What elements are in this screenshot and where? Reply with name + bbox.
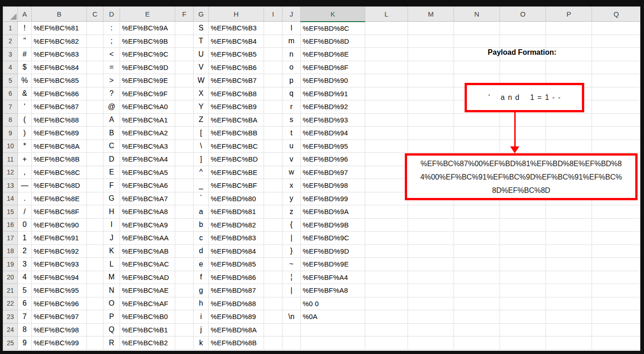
- cell-G11[interactable]: ]: [194, 153, 209, 166]
- cell-Q22[interactable]: [592, 297, 641, 310]
- cell-D2[interactable]: ;: [104, 35, 120, 48]
- cell-A7[interactable]: ': [18, 100, 32, 114]
- cell-J17[interactable]: |: [282, 232, 301, 245]
- cell-M2[interactable]: [408, 35, 454, 48]
- column-header-N[interactable]: N: [454, 7, 500, 22]
- cell-F21[interactable]: [175, 284, 194, 297]
- cell-D18[interactable]: K: [104, 244, 120, 258]
- cell-J24[interactable]: [282, 323, 301, 337]
- cell-P18[interactable]: [546, 244, 592, 258]
- cell-P10[interactable]: [546, 139, 592, 153]
- cell-F5[interactable]: [175, 74, 194, 87]
- cell-P19[interactable]: [546, 258, 592, 271]
- cell-D21[interactable]: N: [104, 284, 120, 297]
- cell-A19[interactable]: 3: [18, 258, 32, 271]
- cell-H7[interactable]: %EF%BC%B9: [209, 100, 264, 114]
- cell-L24[interactable]: [365, 323, 408, 337]
- cell-B14[interactable]: %EF%BC%8E: [32, 192, 87, 205]
- cell-K12[interactable]: %EF%BD%97: [301, 166, 365, 179]
- cell-K19[interactable]: %EF%BD%9E: [301, 258, 365, 271]
- cell-L7[interactable]: [365, 100, 408, 114]
- cell-B8[interactable]: %EF%BC%88: [32, 113, 87, 127]
- cell-I14[interactable]: [264, 192, 282, 205]
- cell-G13[interactable]: _: [194, 179, 209, 192]
- cell-F12[interactable]: [175, 166, 194, 179]
- cell-O4[interactable]: [500, 61, 546, 74]
- cell-L8[interactable]: [365, 113, 408, 127]
- cell-G21[interactable]: g: [194, 284, 209, 297]
- cell-D11[interactable]: D: [104, 153, 120, 166]
- cell-O21[interactable]: [500, 284, 546, 297]
- cell-E10[interactable]: %EF%BC%A3: [120, 139, 175, 153]
- row-header-23[interactable]: 23: [3, 310, 18, 324]
- cell-H12[interactable]: %EF%BC%BE: [209, 166, 264, 179]
- row-header-18[interactable]: 18: [3, 244, 18, 258]
- cell-E20[interactable]: %EF%BC%AD: [120, 271, 175, 284]
- cell-M17[interactable]: [408, 232, 454, 245]
- cell-C3[interactable]: [87, 48, 104, 61]
- cell-C19[interactable]: [87, 258, 104, 271]
- cell-F1[interactable]: [175, 22, 194, 35]
- cell-H6[interactable]: %EF%BC%B8: [209, 87, 264, 100]
- row-header-6[interactable]: 6: [3, 87, 18, 100]
- cell-H17[interactable]: %EF%BD%83: [209, 232, 264, 245]
- cell-N16[interactable]: [454, 218, 500, 232]
- cell-L15[interactable]: [365, 205, 408, 219]
- cell-D24[interactable]: Q: [104, 323, 120, 337]
- cell-A8[interactable]: (: [18, 113, 32, 127]
- cell-O22[interactable]: [500, 297, 546, 310]
- cell-C9[interactable]: [87, 127, 104, 140]
- cell-L9[interactable]: [365, 127, 408, 140]
- cell-J25[interactable]: [282, 337, 301, 350]
- cell-L17[interactable]: [365, 232, 408, 245]
- row-header-25[interactable]: 25: [3, 337, 18, 350]
- cell-G22[interactable]: h: [194, 297, 209, 310]
- cell-F2[interactable]: [175, 35, 194, 48]
- cell-P20[interactable]: [546, 271, 592, 284]
- cell-D20[interactable]: M: [104, 271, 120, 284]
- cell-O15[interactable]: [500, 205, 546, 219]
- cell-B4[interactable]: %EF%BC%84: [32, 61, 87, 74]
- cell-Q19[interactable]: [592, 258, 641, 271]
- cell-O18[interactable]: [500, 244, 546, 258]
- cell-A22[interactable]: 6: [18, 297, 32, 310]
- cell-D22[interactable]: O: [104, 297, 120, 310]
- cell-M18[interactable]: [408, 244, 454, 258]
- cell-L12[interactable]: [365, 166, 408, 179]
- cell-O25[interactable]: [500, 337, 546, 350]
- cell-O24[interactable]: [500, 323, 546, 337]
- row-header-9[interactable]: 9: [3, 127, 18, 140]
- cell-E14[interactable]: %EF%BC%A7: [120, 192, 175, 205]
- cell-E9[interactable]: %EF%BC%A2: [120, 127, 175, 140]
- cell-J2[interactable]: m: [282, 35, 301, 48]
- row-header-3[interactable]: 3: [3, 48, 18, 61]
- cell-M5[interactable]: [408, 74, 454, 87]
- column-header-O[interactable]: O: [500, 7, 546, 22]
- cell-F17[interactable]: [175, 232, 194, 245]
- cell-A6[interactable]: &: [18, 87, 32, 100]
- cell-L25[interactable]: [365, 337, 408, 350]
- cell-D23[interactable]: P: [104, 310, 120, 324]
- cell-G18[interactable]: d: [194, 244, 209, 258]
- row-header-16[interactable]: 16: [3, 218, 18, 232]
- cell-N17[interactable]: [454, 232, 500, 245]
- cell-E17[interactable]: %EF%BC%AA: [120, 232, 175, 245]
- cell-H16[interactable]: %EF%BD%82: [209, 218, 264, 232]
- row-header-5[interactable]: 5: [3, 74, 18, 87]
- cell-E3[interactable]: %EF%BC%9C: [120, 48, 175, 61]
- cell-B18[interactable]: %EF%BC%92: [32, 244, 87, 258]
- cell-N8[interactable]: [454, 113, 500, 127]
- cell-E24[interactable]: %EF%BC%B1: [120, 323, 175, 337]
- cell-I19[interactable]: [264, 258, 282, 271]
- cell-L16[interactable]: [365, 218, 408, 232]
- cell-G6[interactable]: X: [194, 87, 209, 100]
- cell-B3[interactable]: %EF%BC%83: [32, 48, 87, 61]
- cell-H5[interactable]: %EF%BC%B7: [209, 74, 264, 87]
- cell-I3[interactable]: [264, 48, 282, 61]
- cell-F11[interactable]: [175, 153, 194, 166]
- column-header-A[interactable]: A: [18, 7, 32, 22]
- cell-I2[interactable]: [264, 35, 282, 48]
- cell-H3[interactable]: %EF%BC%B5: [209, 48, 264, 61]
- cell-I23[interactable]: [264, 310, 282, 324]
- cell-I16[interactable]: [264, 218, 282, 232]
